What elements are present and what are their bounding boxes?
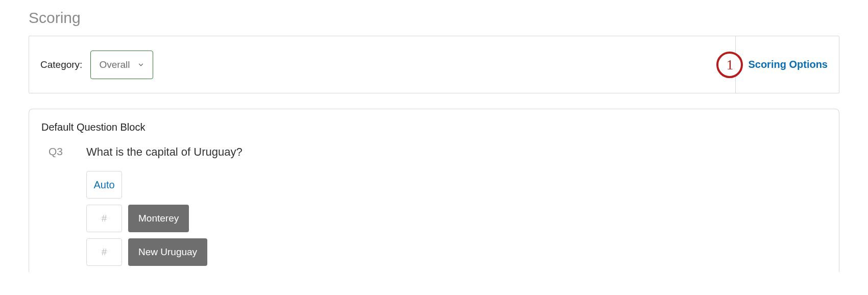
answer-row: # Monterey <box>86 205 827 232</box>
chevron-down-icon <box>137 61 144 68</box>
score-input[interactable]: # <box>86 205 122 232</box>
annotation-marker-1: 1 <box>716 52 743 78</box>
auto-button[interactable]: Auto <box>86 171 122 199</box>
category-label: Category: <box>40 59 82 70</box>
page-title: Scoring <box>29 9 839 27</box>
answer-option[interactable]: New Uruguay <box>128 238 207 266</box>
answer-row: # New Uruguay <box>86 238 827 266</box>
category-select[interactable]: Overall <box>90 51 153 79</box>
scoring-options-link[interactable]: Scoring Options <box>748 59 828 70</box>
question-block: Default Question Block Q3 What is the ca… <box>29 109 839 272</box>
answer-option[interactable]: Monterey <box>128 205 189 232</box>
category-left-group: Category: Overall <box>40 51 153 79</box>
question-id: Q3 <box>49 145 69 158</box>
score-input[interactable]: # <box>86 238 122 266</box>
block-title: Default Question Block <box>41 121 827 133</box>
question-row: Q3 What is the capital of Uruguay? Auto … <box>41 145 827 272</box>
category-bar: Category: Overall 1 Scoring Options <box>29 36 839 93</box>
category-select-value: Overall <box>99 59 130 70</box>
question-text: What is the capital of Uruguay? <box>86 145 827 159</box>
category-right-group: 1 Scoring Options <box>716 52 828 78</box>
question-content: What is the capital of Uruguay? Auto # M… <box>86 145 827 272</box>
